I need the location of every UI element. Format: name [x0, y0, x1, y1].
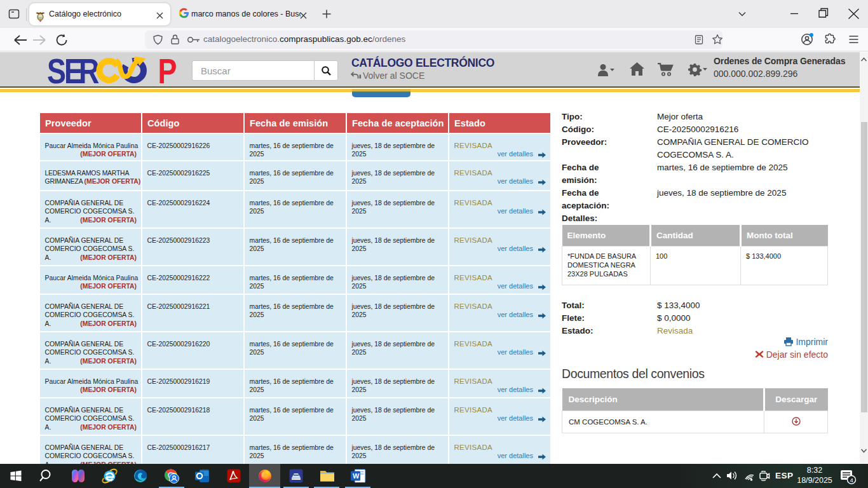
svg-text:W: W: [353, 472, 360, 480]
svg-text:S: S: [47, 52, 66, 88]
svg-text:R: R: [79, 52, 99, 88]
svg-text:4: 4: [850, 477, 853, 484]
svg-text:P: P: [158, 52, 177, 88]
